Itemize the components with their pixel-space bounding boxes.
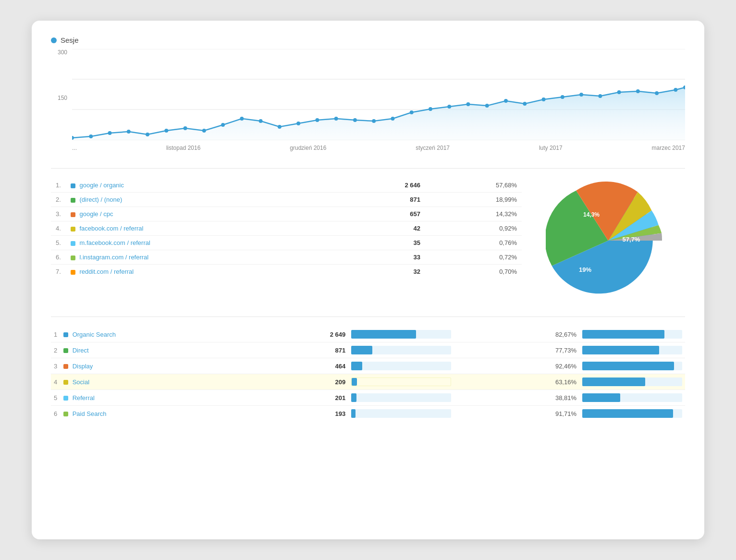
x-label-4: styczeń 2017 xyxy=(416,145,450,151)
col-value-5: 35 xyxy=(346,236,425,250)
line-chart-svg-area xyxy=(72,49,685,140)
source-name-cell: google / organic xyxy=(66,178,346,193)
legend-label: Sesje xyxy=(61,36,79,44)
bar-color-dot-1 xyxy=(63,332,68,337)
bar-source-link-6[interactable]: Paid Search xyxy=(73,410,107,417)
svg-point-19 xyxy=(334,117,338,121)
svg-point-15 xyxy=(259,119,263,123)
svg-point-11 xyxy=(184,126,187,130)
bar-row-num-4: 4 xyxy=(51,374,61,390)
bar-color-dot-4 xyxy=(63,380,68,385)
bar-row-name-5: Referral xyxy=(61,390,258,406)
source-link-2[interactable]: (direct) / (none) xyxy=(79,196,122,203)
bar-color-dot-5 xyxy=(63,396,68,401)
legend-dot xyxy=(51,37,57,43)
bar-table-row: 2 Direct 871 77,73% xyxy=(51,342,685,358)
bar-row-bar-5 xyxy=(348,390,454,406)
bar-row-bar-4 xyxy=(348,374,454,390)
bar-color-dot-3 xyxy=(63,364,68,369)
svg-point-33 xyxy=(598,94,602,98)
table-row: 2. (direct) / (none) 871 18,99% xyxy=(51,193,522,207)
svg-point-31 xyxy=(561,95,564,99)
row-num: 2. xyxy=(51,193,66,207)
bar-row-num-3: 3 xyxy=(51,358,61,374)
source-link-1[interactable]: google / organic xyxy=(79,182,124,189)
svg-text:19%: 19% xyxy=(579,266,591,273)
bar-row-val-1: 2 649 xyxy=(258,327,348,342)
svg-point-32 xyxy=(579,93,583,97)
source-link-3[interactable]: google / cpc xyxy=(79,210,113,218)
svg-point-20 xyxy=(353,118,357,122)
source-name-cell: google / cpc xyxy=(66,207,346,221)
y-axis: 300 150 xyxy=(51,49,70,140)
source-link-4[interactable]: facebook.com / referral xyxy=(79,225,143,232)
bar-row-name-4: Social xyxy=(61,374,258,390)
bar-color-dot-2 xyxy=(63,348,68,353)
row-num: 5. xyxy=(51,236,66,250)
row-num: 3. xyxy=(51,207,66,221)
y-label-300: 300 xyxy=(58,49,67,56)
svg-point-26 xyxy=(466,102,470,106)
svg-text:14,3%: 14,3% xyxy=(583,211,600,218)
bar-row-bar2-2 xyxy=(579,342,685,358)
bar-source-link-2[interactable]: Direct xyxy=(73,347,89,354)
svg-point-8 xyxy=(127,130,131,134)
svg-point-25 xyxy=(447,105,451,109)
bar-row-val-3: 464 xyxy=(258,358,348,374)
svg-point-29 xyxy=(523,102,527,106)
bar-row-bar2-1 xyxy=(579,327,685,342)
col-pct-7: 0,70% xyxy=(425,265,522,279)
bar-row-bar-1 xyxy=(348,327,454,342)
bar-source-link-5[interactable]: Referral xyxy=(73,394,95,402)
source-link-7[interactable]: reddit.com / referral xyxy=(79,268,134,275)
svg-point-16 xyxy=(278,125,282,129)
bar-source-link-1[interactable]: Organic Search xyxy=(73,331,116,338)
bar-row-pct2-2: 77,73% xyxy=(473,342,579,358)
table-row: 6. l.instagram.com / referral 33 0,72% xyxy=(51,250,522,265)
x-axis: ... listopad 2016 grudzień 2016 styczeń … xyxy=(72,141,685,155)
svg-point-34 xyxy=(617,90,621,94)
source-link-5[interactable]: m.facebook.com / referral xyxy=(79,239,150,246)
svg-point-27 xyxy=(485,104,489,108)
svg-point-28 xyxy=(504,99,508,103)
y-label-150: 150 xyxy=(58,95,67,101)
line-chart-section: Sesje 300 150 xyxy=(51,36,685,155)
line-chart-svg xyxy=(72,49,685,140)
x-label-3: grudzień 2016 xyxy=(290,145,326,151)
svg-point-35 xyxy=(636,89,640,93)
col-pct-3: 14,32% xyxy=(425,207,522,221)
bar-row-num-5: 5 xyxy=(51,390,61,406)
svg-point-37 xyxy=(674,88,677,92)
col-value-6: 33 xyxy=(346,250,425,265)
bar-row-bar-2 xyxy=(348,342,454,358)
row-num: 7. xyxy=(51,265,66,279)
bar-source-link-3[interactable]: Display xyxy=(73,363,93,370)
bar-table-row: 1 Organic Search 2 649 82,67% xyxy=(51,327,685,342)
bar-row-num-2: 2 xyxy=(51,342,61,358)
col-value-7: 32 xyxy=(346,265,425,279)
source-link-6[interactable]: l.instagram.com / referral xyxy=(79,254,148,261)
bar-row-bar-3 xyxy=(348,358,454,374)
col-pct-6: 0,72% xyxy=(425,250,522,265)
x-label-2: listopad 2016 xyxy=(166,145,200,151)
bar-row-pct2-3: 92,46% xyxy=(473,358,579,374)
svg-point-23 xyxy=(410,110,414,114)
bar-table: 1 Organic Search 2 649 82,67% xyxy=(51,327,685,421)
bar-source-link-4[interactable]: Social xyxy=(73,378,89,386)
svg-point-18 xyxy=(315,118,319,122)
table-row: 5. m.facebook.com / referral 35 0,76% xyxy=(51,236,522,250)
bar-row-bar2-4 xyxy=(579,374,685,390)
table-row: 4. facebook.com / referral 42 0,92% xyxy=(51,221,522,236)
color-dot-1 xyxy=(71,183,75,188)
source-name-cell: l.instagram.com / referral xyxy=(66,250,346,265)
color-dot-6 xyxy=(71,256,75,260)
svg-point-7 xyxy=(108,131,112,135)
col-pct-4: 0,92% xyxy=(425,221,522,236)
analytics-card: Sesje 300 150 xyxy=(32,21,704,539)
row-num: 1. xyxy=(51,178,66,193)
line-chart-container: 300 150 xyxy=(51,49,685,155)
svg-point-36 xyxy=(655,91,659,95)
bar-table-row: 3 Display 464 92,46% xyxy=(51,358,685,374)
table-row: 7. reddit.com / referral 32 0,70% xyxy=(51,265,522,279)
source-table: 1. google / organic 2 646 57,68% 2. (dir… xyxy=(51,178,522,279)
